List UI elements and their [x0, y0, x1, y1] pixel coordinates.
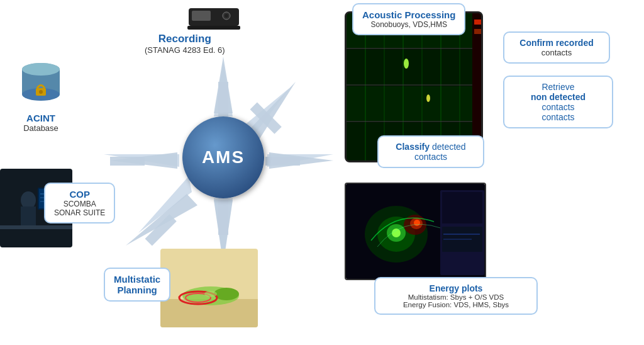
svg-point-40 [204, 291, 217, 297]
svg-rect-18 [187, 26, 240, 30]
energy-line2: Energy Fusion: VDS, HMS, Sbys [384, 301, 528, 308]
energy-line1: Multistatism: Sbys + O/S VDS [384, 293, 528, 301]
confirm-subtitle: contacts [513, 48, 600, 57]
svg-rect-69 [442, 192, 482, 223]
svg-rect-44 [347, 86, 483, 121]
retrieve-prefix: Retrieve [541, 82, 574, 92]
multistatic-line2: Planning [114, 285, 160, 295]
svg-rect-10 [265, 157, 300, 166]
energy-box: Energy plots Multistatism: Sbys + O/S VD… [374, 277, 538, 315]
multistatic-line1: Multistatic [114, 274, 160, 285]
svg-point-52 [404, 59, 409, 69]
retrieve-box: Retrieve non detected contacts contacts [503, 76, 613, 128]
retrieve-suffix: contacts [541, 102, 574, 112]
energy-title: Energy plots [384, 283, 528, 293]
svg-point-26 [21, 191, 36, 209]
svg-rect-59 [474, 29, 483, 34]
retrieve-contacts: contacts [513, 112, 603, 122]
retrieve-text: Retrieve non detected contacts [513, 82, 603, 112]
confirm-box: Confirm recorded contacts [503, 31, 610, 64]
acint-subtitle: Database [19, 123, 63, 133]
acoustic-subtitle: Sonobuoys, VDS,HMS [362, 20, 455, 29]
cop-box: COP SCOMBA SONAR SUITE [44, 183, 115, 223]
svg-rect-43 [347, 50, 483, 84]
cop-line2: SONAR SUITE [54, 208, 105, 217]
energy-plot-image [345, 183, 486, 280]
svg-point-64 [392, 229, 401, 237]
recording-box: Recording (STANAG 4283 Ed. 6) [145, 33, 225, 55]
svg-rect-33 [0, 225, 72, 229]
svg-point-22 [22, 63, 60, 76]
svg-rect-8 [218, 82, 228, 116]
svg-rect-27 [21, 206, 36, 225]
acoustic-title: Acoustic Processing [362, 9, 455, 20]
acint-title: ACINT [19, 113, 63, 123]
svg-point-17 [225, 14, 228, 18]
cop-title: COP [54, 189, 105, 200]
cop-line1: SCOMBA [54, 200, 105, 208]
multistatic-box: Multistatic Planning [104, 268, 170, 302]
svg-rect-11 [218, 200, 228, 235]
svg-point-53 [426, 94, 430, 102]
recording-device-icon [186, 3, 242, 34]
confirm-title: Confirm recorded [513, 38, 600, 48]
svg-rect-58 [474, 20, 483, 25]
svg-rect-71 [442, 254, 482, 272]
classify-text: Classify detected contacts [387, 142, 474, 162]
multistatic-image [160, 249, 258, 327]
acint-box: ACINT Database [19, 60, 63, 133]
svg-rect-15 [192, 11, 211, 21]
svg-point-67 [414, 220, 420, 226]
svg-rect-12 [110, 157, 145, 166]
acoustic-box: Acoustic Processing Sonobuoys, VDS,HMS [352, 3, 465, 35]
classify-bold: Classify [396, 142, 430, 152]
ams-label: AMS [202, 147, 245, 167]
main-diagram: AMS Recording (STANAG 4283 Ed. 6) ACINT [0, 0, 644, 345]
ams-center-circle: AMS [182, 116, 264, 198]
recording-subtitle: (STANAG 4283 Ed. 6) [145, 45, 225, 55]
recording-title: Recording [145, 33, 225, 45]
svg-point-24 [39, 90, 43, 94]
classify-box: Classify detected contacts [377, 135, 484, 168]
database-icon [19, 60, 63, 110]
retrieve-bold: non detected [531, 92, 586, 102]
